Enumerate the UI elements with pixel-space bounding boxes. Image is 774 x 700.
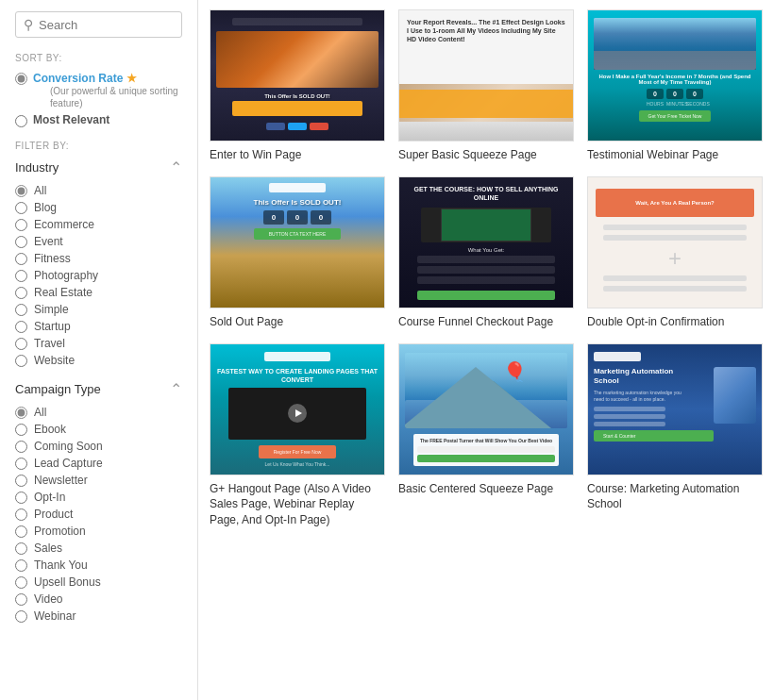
marketing-header <box>594 352 756 361</box>
campaign-webinar[interactable]: Webinar <box>15 609 182 623</box>
industry-photography[interactable]: Photography <box>15 269 182 282</box>
hangout-headline: FASTEST WAY TO CREATE LANDING PAGES THAT… <box>216 367 379 384</box>
card-title-basic-squeeze: Basic Centered Squeeze Page <box>398 481 574 497</box>
sold-offer-text: This Offer Is SOLD OUT! <box>254 198 342 207</box>
course-cta[interactable] <box>417 291 555 300</box>
campaign-ebook[interactable]: Ebook <box>15 423 182 436</box>
form-submit[interactable] <box>417 455 556 462</box>
industry-real-estate[interactable]: Real Estate <box>15 286 182 299</box>
campaign-coming-soon[interactable]: Coming Soon <box>15 440 182 453</box>
campaign-newsletter[interactable]: Newsletter <box>15 474 182 487</box>
opt-line2 <box>603 235 746 241</box>
opt-header-text: Wait, Are You A Real Person? <box>633 198 716 208</box>
course-laptop <box>421 208 551 242</box>
webinar-title: How I Make a Full Year's Income in 7 Mon… <box>594 74 756 85</box>
marketing-desc: The marketing automation knowledge you n… <box>594 390 690 403</box>
card-title-course: Course Funnel Checkout Page <box>398 314 574 330</box>
opt-line1 <box>603 225 746 230</box>
webinar-cta[interactable]: Get Your Free Ticket Now <box>639 110 712 122</box>
laptop-screen <box>441 208 531 242</box>
buildings <box>594 51 756 70</box>
campaign-label: Campaign Type <box>15 382 101 396</box>
gp-btn <box>310 123 328 130</box>
search-input[interactable] <box>39 18 174 32</box>
search-bar[interactable]: ⚲ <box>15 11 182 38</box>
sort-option-relevant[interactable]: Most Relevant <box>15 113 182 127</box>
industry-simple[interactable]: Simple <box>15 303 182 316</box>
balloon: 🎈 <box>503 360 527 383</box>
industry-startup[interactable]: Startup <box>15 320 182 333</box>
card-thumb-squeeze[interactable]: Your Report Reveals... The #1 Effect Des… <box>398 9 574 142</box>
social-row <box>266 123 328 130</box>
tw-btn <box>288 123 307 130</box>
sold-cta[interactable]: BUTTON CTA TEXT HERE <box>254 228 341 240</box>
field2 <box>417 266 555 274</box>
industry-blog[interactable]: Blog <box>15 201 182 214</box>
star-icon: ★ <box>126 72 137 85</box>
mkt-line3 <box>594 422 665 426</box>
card-super-basic-squeeze[interactable]: Your Report Reveals... The #1 Effect Des… <box>398 9 574 163</box>
marketing-cta[interactable]: Start & Counter <box>594 430 714 442</box>
sidebar: ⚲ SORT BY: Conversion Rate ★ (Our powerf… <box>0 0 198 700</box>
squeeze-form-title: The FREE Postal Turner that Will Show Yo… <box>417 438 556 443</box>
campaign-promotion[interactable]: Promotion <box>15 525 182 538</box>
industry-options: All Blog Ecommerce Event Fitness Photogr… <box>15 184 182 367</box>
card-testimonial-webinar[interactable]: How I Make a Full Year's Income in 7 Mon… <box>587 9 763 163</box>
mountain-base <box>405 400 567 428</box>
card-title-double-opt: Double Opt-in Confirmation <box>587 314 763 330</box>
course-title: GET THE COURSE: HOW TO SELL ANYTHING ONL… <box>405 185 567 202</box>
marketing-title: Marketing Automation School <box>594 367 696 387</box>
squeeze-form: The FREE Postal Turner that Will Show Yo… <box>413 434 560 466</box>
sort-radio-relevant[interactable] <box>15 115 27 127</box>
card-thumb-sold-out[interactable]: This Offer Is SOLD OUT! 0 0 0 BUTTON CTA… <box>210 176 385 308</box>
marketing-logo <box>594 352 641 361</box>
card-marketing[interactable]: Marketing Automation School The marketin… <box>587 343 763 528</box>
card-thumb-enter-to-win[interactable]: This Offer Is SOLD OUT! <box>210 9 385 142</box>
card-hangout[interactable]: FASTEST WAY TO CREATE LANDING PAGES THAT… <box>210 343 385 528</box>
card-thumb-basic-squeeze[interactable]: 🎈 The FREE Postal Turner that Will Show … <box>398 343 574 475</box>
campaign-lead-capture[interactable]: Lead Capture <box>15 457 182 470</box>
campaign-upsell-bonus[interactable]: Upsell Bonus <box>15 575 182 589</box>
campaign-all[interactable]: All <box>15 406 182 419</box>
sort-option-conversion[interactable]: Conversion Rate ★ (Our powerful & unique… <box>15 71 182 109</box>
hangout-cta[interactable]: Register For Free Now <box>259 445 337 458</box>
card-thumb-webinar[interactable]: How I Make a Full Year's Income in 7 Mon… <box>587 9 763 142</box>
industry-website[interactable]: Website <box>15 354 182 367</box>
card-thumb-hangout[interactable]: FASTEST WAY TO CREATE LANDING PAGES THAT… <box>210 343 385 475</box>
main-content: This Offer Is SOLD OUT! Enter to Win Pag… <box>198 0 774 700</box>
field3 <box>417 276 555 284</box>
industry-toggle-icon[interactable]: ⌃ <box>170 158 182 176</box>
card-enter-to-win[interactable]: This Offer Is SOLD OUT! Enter to Win Pag… <box>210 9 385 163</box>
industry-event[interactable]: Event <box>15 235 182 248</box>
count-minutes: 0 <box>666 89 683 99</box>
campaign-opt-in[interactable]: Opt-In <box>15 491 182 504</box>
marketing-body: Marketing Automation School The marketin… <box>594 367 756 442</box>
card-course-funnel[interactable]: GET THE COURSE: HOW TO SELL ANYTHING ONL… <box>398 176 574 330</box>
video-area[interactable] <box>228 388 366 440</box>
sort-label-conversion: Conversion Rate ★ <box>33 72 137 85</box>
count2-m: 0 <box>287 210 308 225</box>
card-sold-out[interactable]: This Offer Is SOLD OUT! 0 0 0 BUTTON CTA… <box>210 176 385 330</box>
campaign-thank-you[interactable]: Thank You <box>15 558 182 572</box>
campaign-video[interactable]: Video <box>15 592 182 606</box>
sort-radio-conversion[interactable] <box>15 73 27 85</box>
hangout-logo <box>264 352 330 361</box>
play-button[interactable] <box>288 404 307 423</box>
campaign-sales[interactable]: Sales <box>15 542 182 555</box>
industry-all[interactable]: All <box>15 184 182 197</box>
card-thumb-course[interactable]: GET THE COURSE: HOW TO SELL ANYTHING ONL… <box>398 176 574 308</box>
sky <box>594 18 756 70</box>
card-basic-squeeze[interactable]: 🎈 The FREE Postal Turner that Will Show … <box>398 343 574 528</box>
card-thumb-double-opt[interactable]: Wait, Are You A Real Person? + <box>587 176 763 308</box>
search-icon: ⚲ <box>24 17 33 32</box>
card-double-opt[interactable]: Wait, Are You A Real Person? + Double Op… <box>587 176 763 330</box>
card-title-sold-out: Sold Out Page <box>210 314 385 330</box>
industry-travel[interactable]: Travel <box>15 337 182 350</box>
industry-ecommerce[interactable]: Ecommerce <box>15 218 182 231</box>
campaign-product[interactable]: Product <box>15 508 182 521</box>
countdown: 0 0 0 <box>647 89 703 99</box>
squeeze-title-text: Your Report Reveals... The #1 Effect Des… <box>407 18 565 43</box>
card-thumb-marketing[interactable]: Marketing Automation School The marketin… <box>587 343 763 475</box>
campaign-toggle-icon[interactable]: ⌃ <box>170 380 182 398</box>
industry-fitness[interactable]: Fitness <box>15 252 182 265</box>
